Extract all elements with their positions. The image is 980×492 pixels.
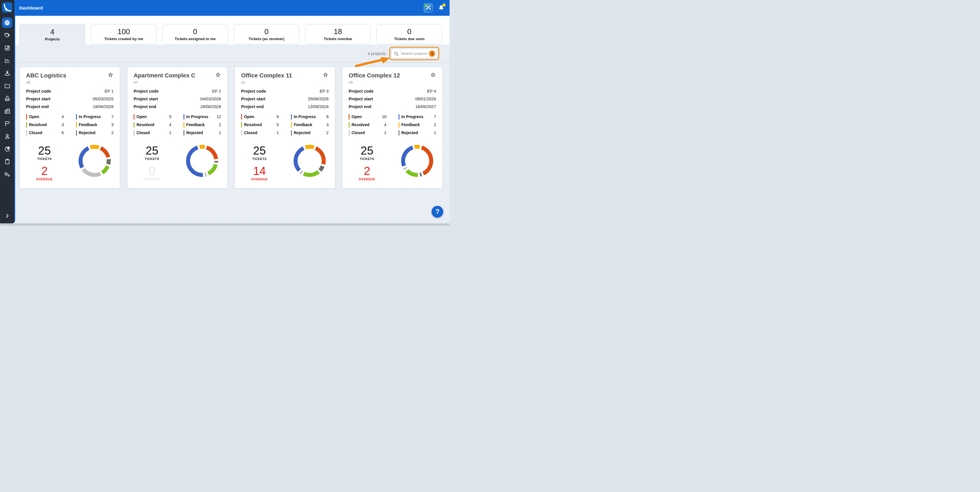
project-search: 1	[391, 49, 437, 58]
status-count: 2	[434, 123, 436, 127]
status-count: 6	[277, 115, 279, 119]
status-label: Closed	[137, 131, 169, 135]
ticket-metrics: 25 TICKETS 0 OVERDUE	[137, 145, 167, 181]
status-rejected: Rejected1	[183, 130, 221, 135]
user-icon	[2, 131, 12, 141]
sidebar-item-dashboard[interactable]	[1, 16, 13, 29]
sidebar-item-person-site[interactable]	[1, 67, 13, 80]
sidebar-item-document-edit[interactable]	[1, 41, 13, 54]
status-count: 1	[219, 131, 221, 135]
status-color-bar	[134, 130, 134, 135]
tab-label: Tickets overdue	[324, 37, 352, 41]
tab-value: 0	[407, 27, 411, 36]
project-title: Office Complex 12	[348, 72, 400, 79]
status-label: Open	[352, 115, 382, 119]
sidebar-item-buildings[interactable]	[1, 105, 13, 117]
sidebar-item-flag[interactable]	[1, 117, 13, 130]
star-icon	[108, 75, 113, 79]
chevron-right-icon	[4, 213, 10, 220]
sidebar-item-stamp[interactable]	[1, 92, 13, 105]
project-start-label: Project start	[134, 97, 158, 101]
status-color-bar	[291, 130, 292, 135]
sidebar-item-folder[interactable]	[1, 80, 13, 92]
project-card[interactable]: Office Complex 11 #1 Project code EP 3 P…	[234, 67, 335, 188]
status-in-progress: In Progress8	[291, 114, 329, 119]
clipboard-icon	[2, 156, 12, 167]
tickets-total: 25	[30, 145, 59, 156]
sidebar-nav: ⚙⚙	[1, 16, 13, 180]
project-card[interactable]: Apartment Complex C #7 Project code EP 2…	[127, 67, 228, 188]
status-color-bar	[291, 114, 292, 119]
status-count: 5	[277, 123, 279, 127]
status-color-bar	[241, 130, 242, 135]
favorite-star-button[interactable]	[215, 72, 221, 78]
tab-tickets-due-soon[interactable]: 0 Tickets due soon	[377, 24, 442, 45]
settings-icon: ⚙⚙	[2, 169, 12, 179]
brand-logo[interactable]	[2, 2, 12, 13]
status-summary: Open6In Progress8Resolved5Feedback3Close…	[241, 114, 329, 135]
favorite-star-button[interactable]	[430, 72, 436, 78]
status-resolved: Resolved3	[26, 122, 64, 127]
horizontal-scrollbar[interactable]	[0, 223, 450, 226]
sidebar-item-clipboard[interactable]	[1, 155, 13, 168]
status-count: 3	[326, 123, 329, 127]
help-button[interactable]: ?	[431, 206, 443, 218]
status-color-bar	[241, 114, 242, 119]
favorite-star-button[interactable]	[323, 72, 329, 78]
star-icon	[430, 75, 436, 79]
sidebar-item-tags[interactable]	[1, 29, 13, 41]
favorite-star-button[interactable]	[108, 72, 113, 78]
project-start-value: 04/03/2026	[200, 97, 221, 101]
status-count: 10	[382, 115, 387, 119]
tab-projects[interactable]: 4 Projects	[19, 24, 85, 45]
sidebar-expand-button[interactable]	[0, 211, 14, 221]
tab-label: Tickets assigned to me	[175, 37, 216, 41]
project-title: ABC Logistics	[26, 72, 66, 79]
project-details: Project code EP 4 Project start 08/01/20…	[348, 89, 436, 109]
status-count: 4	[62, 115, 64, 119]
tab-value: 100	[118, 27, 130, 36]
ticket-status-donut-chart	[184, 142, 221, 180]
projects-count-label: 4 projects	[368, 51, 386, 56]
status-label: Closed	[29, 131, 62, 135]
status-color-bar	[183, 114, 185, 119]
project-end-label: Project end	[134, 104, 156, 109]
project-code-label: Project code	[241, 89, 266, 94]
app-switcher-button[interactable]	[424, 3, 433, 12]
status-label: Resolved	[352, 123, 384, 127]
app-window: Dashboard	[0, 0, 450, 226]
status-closed: Closed6	[26, 130, 64, 135]
tab-tickets-overdue[interactable]: 18 Tickets overdue	[305, 24, 371, 45]
project-card[interactable]: ABC Logistics #6 Project code EP 1 Proje…	[19, 67, 120, 188]
tab-tickets-assigned-to-me[interactable]: 0 Tickets assigned to me	[162, 24, 228, 45]
status-label: In Progress	[294, 115, 326, 119]
status-count: 12	[216, 115, 221, 119]
sidebar-item-user[interactable]	[1, 130, 13, 142]
project-code-label: Project code	[26, 89, 51, 94]
project-end-value: 28/06/2028	[200, 104, 221, 109]
app-logo-knot-icon	[425, 4, 431, 12]
search-projects-input[interactable]	[400, 51, 428, 56]
sidebar-item-chart[interactable]	[1, 54, 13, 67]
status-color-bar	[76, 130, 77, 135]
tab-tickets-as-receiver[interactable]: 0 Tickets (as receiver)	[234, 24, 299, 45]
project-card[interactable]: Office Complex 12 #5 Project code EP 4 P…	[342, 67, 443, 188]
notifications-button[interactable]	[438, 4, 445, 12]
overdue-label: OVERDUE	[137, 177, 167, 181]
status-label: In Progress	[79, 115, 111, 119]
status-color-bar	[399, 122, 399, 127]
tickets-label: TICKETS	[245, 157, 274, 161]
tab-tickets-created-by-me[interactable]: 100 Tickets created by me	[91, 24, 156, 45]
tab-label: Tickets (as receiver)	[248, 37, 285, 41]
status-color-bar	[348, 130, 350, 135]
overdue-label: OVERDUE	[30, 177, 59, 181]
sidebar-item-pie-chart[interactable]	[1, 142, 13, 155]
status-rejected: Rejected1	[399, 130, 436, 135]
bell-icon	[438, 8, 445, 13]
project-details: Project code EP 3 Project start 25/06/20…	[241, 89, 329, 109]
sidebar-item-settings[interactable]: ⚙⚙	[1, 168, 13, 180]
project-details: Project code EP 1 Project start 05/03/20…	[26, 89, 113, 109]
document-edit-icon	[2, 43, 12, 53]
buildings-icon	[2, 106, 12, 116]
project-number: #5	[348, 80, 436, 84]
